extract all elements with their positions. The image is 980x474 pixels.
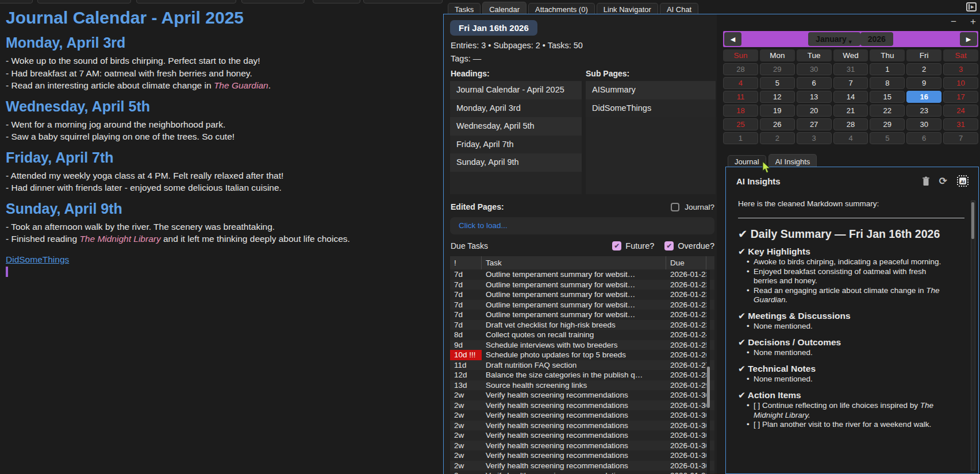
divider <box>738 218 964 218</box>
task-row[interactable]: 8dCollect quotes on recall training2026-… <box>450 330 714 340</box>
column-header-task[interactable]: Task <box>482 256 666 269</box>
day-cell[interactable]: 21 <box>833 105 868 117</box>
task-row[interactable]: 9dSchedule interviews with two breeders2… <box>450 340 714 350</box>
refresh-icon[interactable]: ⟳ <box>939 176 947 186</box>
day-cell[interactable]: 15 <box>870 91 905 103</box>
day-cell[interactable]: 14 <box>833 91 868 103</box>
day-cell[interactable]: 5 <box>760 77 795 89</box>
day-cell[interactable]: 29 <box>870 118 905 130</box>
ai-section-title: ✔ Key Highlights <box>738 247 964 257</box>
heading-item[interactable]: Sunday, April 9th <box>450 153 582 172</box>
trash-icon[interactable] <box>922 176 930 186</box>
day-cell[interactable]: 9 <box>906 77 941 89</box>
day-cell[interactable]: 4 <box>723 77 758 89</box>
task-row[interactable]: 2wVerify health screening recommendation… <box>450 400 714 411</box>
task-row[interactable]: 2wVerify health screening recommendation… <box>450 390 714 400</box>
task-row[interactable]: 12dBalance the size categories in the pu… <box>450 370 714 380</box>
day-cell[interactable]: 13 <box>797 91 832 103</box>
day-cell[interactable]: 8 <box>870 77 905 89</box>
task-priority: 10d !!! <box>450 350 482 360</box>
ai-scrollbar-thumb[interactable] <box>971 202 974 239</box>
task-row[interactable]: 2wVerify health screening recommendation… <box>450 471 714 474</box>
subpage-item[interactable]: DidSomeThings <box>586 99 716 118</box>
day-cell[interactable]: 30 <box>906 118 941 130</box>
column-header-due[interactable]: Due <box>666 256 706 269</box>
day-cell[interactable]: 4 <box>833 132 868 144</box>
heading-item[interactable]: Monday, April 3rd <box>450 99 582 118</box>
task-row[interactable]: 7dDraft vet checklist for high-risk bree… <box>450 320 714 330</box>
day-cell[interactable]: 25 <box>723 118 758 130</box>
task-row[interactable]: 2wVerify health screening recommendation… <box>450 430 714 441</box>
overdue-checkbox[interactable] <box>664 241 674 251</box>
day-cell[interactable]: 31 <box>943 118 978 130</box>
day-cell[interactable]: 19 <box>760 105 795 117</box>
task-row[interactable]: 13dSource health screening links2026-01-… <box>450 380 714 391</box>
heading-item[interactable]: Friday, April 7th <box>450 136 582 154</box>
day-cell[interactable]: 23 <box>906 105 941 117</box>
task-priority: 9d <box>450 340 482 350</box>
pane-shrink-button[interactable]: − <box>947 16 960 28</box>
day-cell[interactable]: 30 <box>797 63 832 75</box>
day-cell[interactable]: 29 <box>760 63 795 75</box>
day-cell[interactable]: 27 <box>797 118 832 130</box>
task-row[interactable]: 7dOutline temperament summary for websit… <box>450 280 714 290</box>
day-cell[interactable]: 31 <box>833 63 868 75</box>
day-cell[interactable]: 28 <box>723 63 758 75</box>
day-cell[interactable]: 20 <box>797 105 832 117</box>
day-cell[interactable]: 1 <box>723 132 758 144</box>
day-cell[interactable]: 11 <box>723 91 758 103</box>
task-row[interactable]: 2wVerify health screening recommendation… <box>450 461 714 471</box>
task-row[interactable]: 2wVerify health screening recommendation… <box>450 450 714 461</box>
day-cell[interactable]: 18 <box>723 105 758 117</box>
day-cell[interactable]: 1 <box>870 63 905 75</box>
task-row[interactable]: 7dOutline temperament summary for websit… <box>450 310 714 320</box>
edited-pages-load-button[interactable]: Click to load... <box>450 217 714 234</box>
page-editor[interactable]: Journal Calendar - April 2025 Monday, Ap… <box>0 3 438 277</box>
day-cell[interactable]: 6 <box>906 132 941 144</box>
task-row[interactable]: 7dOutline temperament summary for websit… <box>450 300 714 310</box>
day-cell[interactable]: 5 <box>870 132 905 144</box>
panel-toggle-icon[interactable]: ▸ <box>966 2 977 11</box>
day-cell[interactable]: 6 <box>797 77 832 89</box>
task-scrollbar-thumb[interactable] <box>707 367 710 408</box>
day-cell[interactable]: 2 <box>906 63 941 75</box>
heading-item[interactable]: Wednesday, April 5th <box>450 117 582 136</box>
journal-checkbox[interactable] <box>671 203 679 211</box>
day-cell[interactable]: 10 <box>943 77 978 89</box>
prev-month-button[interactable]: ◀ <box>724 32 741 46</box>
day-cell[interactable]: 2 <box>760 132 795 144</box>
year-select[interactable]: 2026 <box>860 32 893 46</box>
day-cell[interactable]: 3 <box>797 132 832 144</box>
journal-day-heading: Wednesday, April 5th <box>6 98 438 115</box>
pane-grow-button[interactable]: + <box>967 16 979 28</box>
day-cell[interactable]: 7 <box>833 77 868 89</box>
task-row[interactable]: 2wVerify health screening recommendation… <box>450 421 714 431</box>
day-cell[interactable]: 3 <box>943 63 978 75</box>
heading-item[interactable]: Journal Calendar - April 2025 <box>450 81 582 99</box>
day-cell[interactable]: 7 <box>943 132 978 144</box>
day-cell[interactable]: 22 <box>870 105 905 117</box>
next-month-button[interactable]: ▶ <box>960 32 977 46</box>
day-cell[interactable]: 24 <box>943 105 978 117</box>
task-text: Balance the size categories in the publi… <box>482 370 666 380</box>
task-row[interactable]: 7dOutline temperament summary for websit… <box>450 290 714 300</box>
day-cell-selected[interactable]: 16 <box>906 91 941 103</box>
future-checkbox[interactable] <box>612 241 621 251</box>
day-cell[interactable]: 28 <box>833 118 868 130</box>
subpage-item[interactable]: AISummary <box>586 81 716 99</box>
day-cell[interactable]: 26 <box>760 118 795 130</box>
task-row[interactable]: 10d !!!Schedule photo updates for top 5 … <box>450 350 714 360</box>
ai-scrollbar-track[interactable] <box>971 201 975 471</box>
day-cell[interactable]: 17 <box>943 91 978 103</box>
date-pill[interactable]: Fri Jan 16th 2026 <box>450 20 537 36</box>
task-row[interactable]: 11dDraft nutrition FAQ section2026-01-27 <box>450 360 714 371</box>
task-row[interactable]: 7dOutline temperament summary for websit… <box>450 269 714 280</box>
task-text: Outline temperament summary for websit… <box>482 290 666 300</box>
page-link-didsomethings[interactable]: DidSomeThings <box>6 255 69 265</box>
month-select[interactable]: January▼ <box>808 32 860 46</box>
ai-chip-icon[interactable]: AI <box>956 175 969 187</box>
task-row[interactable]: 2wVerify health screening recommendation… <box>450 441 714 451</box>
column-header-priority[interactable]: ! <box>450 256 482 269</box>
day-cell[interactable]: 12 <box>760 91 795 103</box>
task-row[interactable]: 2wVerify health screening recommendation… <box>450 410 714 421</box>
